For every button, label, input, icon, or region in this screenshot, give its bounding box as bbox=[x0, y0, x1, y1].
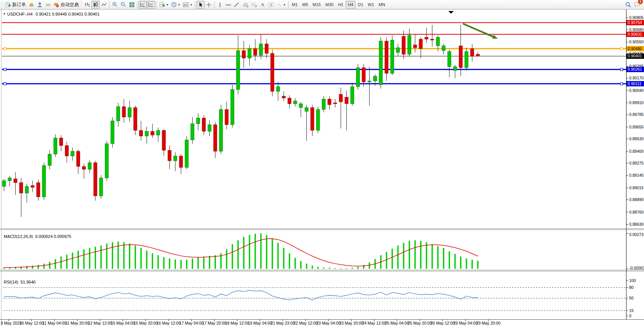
toolbar-separator bbox=[156, 1, 157, 8]
timeframe-mn-button[interactable]: MN bbox=[376, 1, 387, 9]
timeframe-label: H4 bbox=[348, 2, 353, 7]
svg-text:0.89400: 0.89400 bbox=[629, 149, 644, 154]
line-chart-mode-button[interactable] bbox=[100, 1, 108, 9]
svg-text:0.90111: 0.90111 bbox=[628, 81, 642, 86]
timeframe-label: M1 bbox=[292, 2, 298, 7]
timeframe-m5-button[interactable]: M5 bbox=[300, 1, 310, 9]
fibonacci-icon: F bbox=[251, 2, 257, 8]
chevron-down-icon: ▼ bbox=[178, 3, 180, 6]
chart-canvas[interactable]: 0.908050.906800.905500.904250.902950.901… bbox=[0, 10, 644, 328]
notification-badge: 1 bbox=[638, 0, 643, 4]
zoom-in-icon bbox=[112, 2, 118, 8]
chart-shift-button[interactable] bbox=[147, 1, 155, 9]
svg-text:0.88760: 0.88760 bbox=[629, 210, 644, 214]
auto-trading-button[interactable]: 自动交易 bbox=[52, 1, 80, 9]
search-button[interactable] bbox=[624, 1, 633, 9]
macd-values: 0.000624 0.000975 bbox=[35, 234, 71, 239]
text-tool[interactable]: A bbox=[258, 1, 267, 9]
svg-text:0.90680: 0.90680 bbox=[629, 27, 644, 32]
period-dropdown[interactable]: ▼ bbox=[170, 1, 182, 9]
svg-text:17 May 04:00: 17 May 04:00 bbox=[179, 321, 204, 325]
macd-indicator-label: MACD(12,26,9)0.000624 0.000975 bbox=[4, 234, 71, 239]
svg-text:10 May 12:00: 10 May 12:00 bbox=[19, 321, 44, 325]
symbol-dropdown-icon[interactable]: ▼ bbox=[3, 13, 6, 15]
tile-windows-icon bbox=[129, 2, 135, 8]
template-dropdown[interactable]: ▼ bbox=[182, 1, 194, 9]
vertical-line-tool[interactable] bbox=[216, 1, 224, 9]
svg-text:0.89145: 0.89145 bbox=[629, 173, 644, 177]
search-icon bbox=[625, 2, 631, 8]
rsi-value: 51.9640 bbox=[21, 280, 36, 284]
timeframe-w1-button[interactable]: W1 bbox=[365, 1, 376, 9]
svg-text:0.88630: 0.88630 bbox=[629, 222, 644, 227]
rsi-name: RSI(14) bbox=[4, 280, 18, 284]
candlestick-icon bbox=[93, 2, 99, 8]
text-label-tool[interactable]: T bbox=[267, 1, 276, 9]
chart-symbol-period: USDCHF-,H4 bbox=[7, 12, 33, 16]
zoom-out-icon bbox=[120, 2, 126, 8]
svg-text:0.89530: 0.89530 bbox=[629, 136, 644, 141]
new-order-icon bbox=[5, 2, 11, 8]
svg-text:0.90261: 0.90261 bbox=[628, 67, 642, 71]
timeframe-m15-button[interactable]: M15 bbox=[310, 1, 323, 9]
new-order-button[interactable]: 新订单 bbox=[4, 1, 27, 9]
toolbar-separator bbox=[109, 1, 110, 8]
horizontal-line-tool[interactable] bbox=[224, 1, 233, 9]
new-chart-icon bbox=[159, 2, 165, 8]
svg-text:100: 100 bbox=[629, 278, 636, 283]
equidistant-channel-tool[interactable]: E bbox=[241, 1, 250, 9]
svg-text:16 May 12:00: 16 May 12:00 bbox=[156, 321, 181, 325]
crosshair-tool-button[interactable] bbox=[205, 1, 213, 9]
svg-text:0.90631: 0.90631 bbox=[628, 32, 642, 36]
toolbar-separator bbox=[195, 1, 195, 8]
timeframe-label: MN bbox=[379, 2, 385, 7]
svg-text:0.90550: 0.90550 bbox=[629, 40, 644, 44]
svg-text:29 May 20:00: 29 May 20:00 bbox=[476, 321, 501, 325]
zoom-out-button[interactable] bbox=[119, 1, 128, 9]
timeframe-label: H1 bbox=[338, 2, 343, 7]
svg-text:9 May 2023: 9 May 2023 bbox=[1, 321, 22, 325]
bar-chart-mode-button[interactable] bbox=[83, 1, 91, 9]
quotes-button[interactable] bbox=[27, 1, 35, 9]
chart-shift-icon bbox=[148, 2, 154, 8]
notifications-button[interactable]: 1 bbox=[633, 1, 642, 9]
timeframe-d1-button[interactable]: D1 bbox=[355, 1, 365, 9]
timeframe-label: W1 bbox=[368, 2, 374, 7]
svg-text:11 May 20:00: 11 May 20:00 bbox=[65, 321, 89, 325]
toolbar-grip[interactable] bbox=[81, 1, 82, 8]
timeframe-h4-button[interactable]: H4 bbox=[346, 1, 355, 9]
arrows-tool-dropdown[interactable]: ▼ bbox=[276, 1, 287, 9]
cursor-tool-button[interactable] bbox=[196, 1, 205, 9]
auto-scroll-button[interactable] bbox=[139, 1, 147, 9]
trendline-tool[interactable] bbox=[233, 1, 241, 9]
signals-button[interactable] bbox=[44, 1, 52, 9]
svg-text:0.88890: 0.88890 bbox=[629, 197, 644, 202]
svg-text:11 May 04:00: 11 May 04:00 bbox=[43, 321, 67, 325]
fibonacci-tool[interactable]: F bbox=[250, 1, 258, 9]
profile-button[interactable] bbox=[35, 1, 44, 9]
toolbar-grip[interactable] bbox=[2, 1, 3, 8]
timeframe-m1-button[interactable]: M1 bbox=[290, 1, 300, 9]
arrows-icon bbox=[277, 2, 282, 8]
svg-text:0: 0 bbox=[629, 314, 631, 318]
cursor-icon bbox=[198, 2, 203, 8]
zoom-in-button[interactable] bbox=[111, 1, 119, 9]
candlestick-mode-button[interactable] bbox=[91, 1, 100, 9]
chart-title: ▼USDCHF-,H40.90421 0.90445 0.90401 0.904… bbox=[3, 12, 100, 16]
svg-text:26 May 12:00: 26 May 12:00 bbox=[430, 321, 455, 325]
line-chart-icon bbox=[101, 2, 107, 8]
toolbar-separator bbox=[137, 1, 137, 8]
chart-shift-marker bbox=[448, 11, 454, 14]
timeframe-m30-button[interactable]: M30 bbox=[323, 1, 336, 9]
tile-windows-button[interactable] bbox=[128, 1, 136, 9]
svg-text:23 May 20:00: 23 May 20:00 bbox=[339, 321, 363, 325]
new-chart-dropdown[interactable]: ▼ bbox=[158, 1, 170, 9]
svg-text:0.002731: 0.002731 bbox=[629, 232, 644, 237]
svg-text:18 May 12:00: 18 May 12:00 bbox=[225, 321, 249, 325]
gold-icon bbox=[29, 2, 34, 8]
timeframe-h1-button[interactable]: H1 bbox=[336, 1, 346, 9]
timeframe-label: D1 bbox=[358, 2, 363, 7]
svg-text:0.90754: 0.90754 bbox=[628, 20, 642, 25]
price-panel bbox=[2, 11, 626, 217]
rsi-indicator-label: RSI(14)51.9640 bbox=[4, 280, 36, 284]
